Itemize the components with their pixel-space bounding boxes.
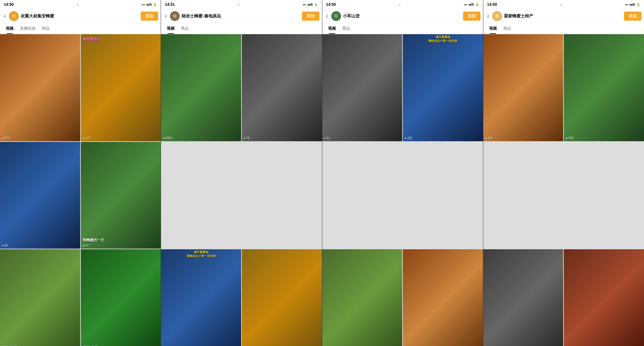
- thumb-likes-1-4: 27: [83, 244, 89, 247]
- video-grid-2: 6951 75 请不要黑他请给这位小哥一份支持 53 322 18 107 刷到…: [161, 34, 322, 346]
- signal-icon-3: ▪▪▪: [464, 3, 467, 6]
- video-thumb-4-4[interactable]: 53: [564, 249, 644, 346]
- video-thumb-1-4[interactable]: 割蜂蜜的一天 27: [81, 142, 161, 249]
- video-thumb-1-1[interactable]: 570: [0, 34, 80, 141]
- tab-shop-1[interactable]: 商品: [39, 23, 53, 34]
- signal-icon-4: ▪▪▪: [625, 3, 629, 6]
- channel-name-4: 梁家蜂蜜土特产: [504, 13, 622, 19]
- promo-2-3: 请不要黑他请给这位小哥一份支持: [161, 251, 241, 258]
- signal-icon-1: ▪▪▪: [142, 3, 145, 6]
- battery-icon-4: 🔋: [636, 3, 640, 6]
- video-grid-3: 51 请不要黑他请给这位小哥一份支持 322 18 107 可以给小兵一个支持?…: [322, 34, 483, 346]
- signal-icon-2: ▪▪▪: [303, 3, 306, 6]
- video-thumb-1-2[interactable]: 蜂群繁殖中 137: [81, 34, 161, 141]
- tab-bar-1: 视频 直播回放 商品: [0, 23, 161, 34]
- wifi-icon-1: wifi: [147, 3, 152, 6]
- header-4: ‹ 梁 梁家蜂蜜土特产 关注: [483, 9, 644, 23]
- channel-avatar-3: 军: [331, 11, 341, 21]
- video-thumb-1-5[interactable]: 赶蜂 收蜂 113: [0, 249, 80, 346]
- heart-2-2: [244, 136, 245, 140]
- back-button-1[interactable]: ‹: [3, 13, 7, 19]
- thumb-likes-2-1: 6951: [163, 136, 173, 140]
- heart-icon-1-1: [2, 136, 4, 140]
- tab-video-3[interactable]: 视频: [325, 23, 339, 34]
- wifi-icon-4: wifi: [630, 3, 635, 6]
- video-thumb-3-1[interactable]: 51: [322, 34, 402, 141]
- status-icons-3: ▪▪▪ wifi 🔋: [464, 3, 479, 6]
- video-thumb-3-3[interactable]: 18: [322, 249, 402, 346]
- video-grid-4: 141 545 110 53 109 53 107 53: [483, 34, 644, 346]
- time-4: 14:50: [487, 2, 497, 7]
- tab-video-1[interactable]: 视频: [3, 23, 17, 34]
- location-icon-4: ↑: [560, 3, 562, 6]
- tab-bar-2: 视频 商品: [161, 23, 322, 34]
- video-thumb-1-6[interactable]: 养蜂 生活 114: [81, 249, 161, 346]
- channel-avatar-2: 陆: [170, 11, 180, 21]
- panel-4: 14:50 ↑ ▪▪▪ wifi 🔋 ‹ 梁 梁家蜂蜜土特产 关注 视频 商品 …: [483, 0, 644, 346]
- heart-4-2: [566, 136, 567, 140]
- panel-3: 14:50 ↑ ▪▪▪ wifi 🔋 ‹ 军 小军山货 关注 视频 商品 51 …: [322, 0, 483, 346]
- tab-shop-3[interactable]: 商品: [339, 23, 353, 34]
- panel-2: 14:51 ↑ ▪▪▪ wifi 🔋 ‹ 陆 陆岩土蜂蜜-秦地原品 关注 视频 …: [161, 0, 322, 346]
- video-thumb-4-3[interactable]: 110: [483, 249, 564, 346]
- back-button-3[interactable]: ‹: [325, 13, 329, 19]
- tab-bar-4: 视频 商品: [483, 23, 644, 34]
- video-thumb-3-4[interactable]: 107: [403, 249, 483, 346]
- channel-avatar-1: 蜂: [9, 11, 19, 21]
- thumb-likes-3-2: 322: [405, 136, 412, 140]
- heart-3-2: [405, 136, 406, 140]
- wifi-icon-3: wifi: [469, 3, 474, 6]
- video-thumb-4-1[interactable]: 141: [483, 34, 564, 141]
- follow-button-3[interactable]: 关注: [463, 12, 480, 21]
- video-grid-1: 570 蜂群繁殖中 137 30 割蜂蜜的一天 27 赶蜂 收蜂 113 养蜂 …: [0, 34, 161, 346]
- location-icon-2: ↑: [238, 3, 240, 6]
- video-thumb-1-3[interactable]: 30: [0, 142, 80, 249]
- time-3: 14:50: [326, 2, 336, 7]
- video-thumb-3-2[interactable]: 请不要黑他请给这位小哥一份支持 322: [403, 34, 483, 141]
- tab-shop-2[interactable]: 商品: [178, 23, 192, 34]
- follow-button-1[interactable]: 关注: [141, 12, 158, 21]
- panel-1: 14:50 ↑ ▪▪▪ wifi 🔋 ‹ 蜂 农翼大叔集安蜂蜜 关注 视频 直播…: [0, 0, 161, 346]
- status-bar-4: 14:50 ↑ ▪▪▪ wifi 🔋: [483, 0, 644, 9]
- tab-video-2[interactable]: 视频: [164, 23, 178, 34]
- status-icons-2: ▪▪▪ wifi 🔋: [303, 3, 318, 6]
- tab-video-4[interactable]: 视频: [486, 23, 500, 34]
- follow-button-4[interactable]: 关注: [624, 12, 641, 21]
- video-thumb-2-4[interactable]: 322: [242, 249, 322, 346]
- status-bar-3: 14:50 ↑ ▪▪▪ wifi 🔋: [322, 0, 483, 9]
- thumb-likes-4-2: 545: [566, 136, 573, 140]
- channel-name-3: 小军山货: [343, 13, 461, 19]
- overlay-text-1-2: 蜂群繁殖中: [83, 37, 159, 41]
- status-bar-1: 14:50 ↑ ▪▪▪ wifi 🔋: [0, 0, 161, 9]
- promo-3-2: 请不要黑他请给这位小哥一份支持: [403, 35, 483, 43]
- status-icons-1: ▪▪▪ wifi 🔋: [142, 3, 157, 6]
- header-1: ‹ 蜂 农翼大叔集安蜂蜜 关注: [0, 9, 161, 23]
- thumb-likes-3-1: 51: [324, 136, 330, 140]
- heart-2-1: [163, 136, 165, 140]
- thumb-likes-1-2: 137: [83, 136, 90, 140]
- video-thumb-2-1[interactable]: 6951: [161, 34, 241, 141]
- back-button-2[interactable]: ‹: [164, 13, 168, 19]
- back-button-4[interactable]: ‹: [486, 13, 490, 19]
- thumb-likes-1-1: 570: [2, 136, 10, 140]
- thumb-likes-2-2: 75: [244, 136, 250, 140]
- heart-icon-1-2: [83, 136, 84, 140]
- tab-shop-4[interactable]: 商品: [500, 23, 514, 34]
- heart-4-1: [485, 136, 487, 140]
- status-icons-4: ▪▪▪ wifi 🔋: [625, 3, 640, 6]
- status-bar-2: 14:51 ↑ ▪▪▪ wifi 🔋: [161, 0, 322, 9]
- heart-icon-1-4: [83, 244, 84, 247]
- heart-icon-1-3: [2, 244, 4, 247]
- video-thumb-4-2[interactable]: 545: [564, 34, 644, 141]
- channel-name-2: 陆岩土蜂蜜-秦地原品: [182, 13, 300, 19]
- video-thumb-2-2[interactable]: 75: [242, 34, 322, 141]
- follow-button-2[interactable]: 关注: [302, 12, 319, 21]
- video-thumb-2-3[interactable]: 请不要黑他请给这位小哥一份支持 53: [161, 249, 241, 346]
- channel-avatar-4: 梁: [492, 11, 502, 21]
- tab-live-1[interactable]: 直播回放: [17, 23, 39, 34]
- battery-icon-3: 🔋: [475, 3, 479, 6]
- channel-name-1: 农翼大叔集安蜂蜜: [21, 13, 139, 19]
- panels-container: 14:50 ↑ ▪▪▪ wifi 🔋 ‹ 蜂 农翼大叔集安蜂蜜 关注 视频 直播…: [0, 0, 644, 346]
- thumb-title-1-4: 割蜂蜜的一天: [83, 238, 159, 242]
- heart-3-1: [324, 136, 326, 140]
